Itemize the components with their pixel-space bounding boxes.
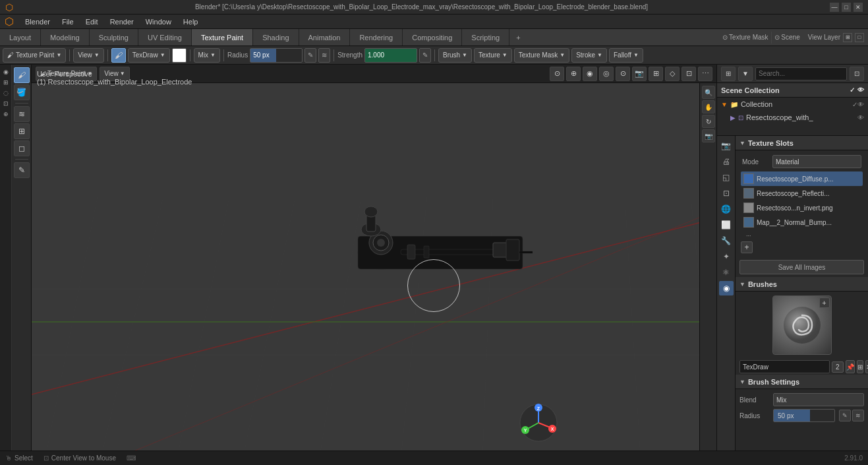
tab-texture-paint[interactable]: Texture Paint — [192, 29, 253, 46]
tab-modeling[interactable]: Modeling — [41, 29, 90, 46]
brush-name-button[interactable]: TexDraw ▼ — [128, 48, 170, 63]
properties-toggle[interactable]: ⊞ — [843, 33, 852, 42]
minimize-button[interactable]: — — [830, 3, 839, 12]
brush-copy-btn[interactable]: ⊞ — [857, 360, 863, 373]
texture-thumb-3 — [743, 217, 754, 228]
outliner-search[interactable] — [755, 67, 847, 80]
mode-selector[interactable]: 🖌 Texture Paint ▼ — [3, 48, 66, 63]
prop-view-layer-icon[interactable]: ◱ — [719, 170, 734, 185]
tab-scripting[interactable]: Scripting — [462, 29, 509, 46]
radius-slider[interactable]: 50 px — [250, 48, 303, 63]
tab-layout[interactable]: Layout — [0, 29, 41, 46]
strength-slider[interactable]: 1.000 — [364, 48, 417, 63]
collection-check-icon[interactable]: ✓ — [850, 86, 855, 94]
menu-render[interactable]: Render — [105, 16, 139, 27]
rotate-icon[interactable]: ↻ — [702, 115, 715, 128]
object-item[interactable]: ▶ ⊡ Resectoscope_with_ 👁 — [717, 111, 868, 124]
menu-file[interactable]: File — [57, 16, 79, 27]
blend-select[interactable]: Mix Add Subtract — [773, 393, 864, 406]
brush-icon-active[interactable]: 🖌 — [111, 48, 126, 63]
view-layer-selector[interactable]: View Layer — [808, 34, 840, 41]
brush-name-label: TexDraw — [132, 51, 158, 59]
collection-item[interactable]: ▼ 📁 Collection ✓👁 — [717, 98, 868, 111]
prop-material-icon[interactable]: ◉ — [719, 281, 734, 295]
brush-add-button[interactable]: + — [819, 297, 830, 308]
radius-curve-icon[interactable]: ≋ — [318, 48, 330, 63]
overlay-icon[interactable]: ◌ — [1, 88, 11, 98]
stroke-button[interactable]: Stroke ▼ — [571, 48, 607, 63]
clone-tool[interactable]: ⊞ — [14, 123, 30, 139]
menu-edit[interactable]: Edit — [80, 16, 103, 27]
prop-modifier-icon[interactable]: 🔧 — [719, 233, 734, 248]
tab-animation[interactable]: Animation — [299, 29, 351, 46]
add-workspace-button[interactable]: + — [509, 29, 527, 46]
blend-button[interactable]: Mix ▼ — [194, 48, 220, 63]
transform-icon[interactable]: ⊕ — [1, 109, 11, 119]
tab-rendering[interactable]: Rendering — [350, 29, 403, 46]
save-all-images-button[interactable]: Save All Images — [739, 260, 864, 274]
brush-settings-button[interactable]: Brush ▼ — [438, 48, 472, 63]
scene-selector[interactable]: ⊙ Scene — [774, 34, 800, 41]
tab-compositing[interactable]: Compositing — [403, 29, 462, 46]
collection-eye-icon[interactable]: 👁 — [857, 86, 864, 94]
brush-settings-header[interactable]: ▼ Brush Settings — [736, 375, 868, 389]
outliner-icon-btn[interactable]: ⊞ — [721, 67, 736, 81]
filter-options-btn[interactable]: ⊡ — [850, 67, 864, 81]
texture-item-2[interactable]: Resectosco...n_invert.png — [741, 201, 863, 215]
prop-scene-icon[interactable]: ⊡ — [719, 186, 734, 201]
filter-icon-btn[interactable]: ▼ — [738, 67, 753, 81]
brush-name-input[interactable] — [739, 360, 830, 373]
brushes-header[interactable]: ▼ Brushes — [736, 277, 868, 292]
brush-delete-btn[interactable]: ✕ — [865, 360, 868, 373]
mask-tool[interactable]: ◻ — [14, 140, 30, 156]
prop-particles-icon[interactable]: ✦ — [719, 249, 734, 264]
menu-help[interactable]: Help — [178, 16, 204, 27]
zoom-in-icon[interactable]: 🔍 — [702, 86, 715, 99]
texture-mask-tab[interactable]: Texture Mask — [729, 34, 768, 41]
menu-window[interactable]: Window — [140, 16, 177, 27]
tab-sculpting[interactable]: Sculpting — [90, 29, 138, 46]
camera-view-icon[interactable]: 📷 — [702, 129, 715, 142]
radius-value-display[interactable]: 50 px — [773, 409, 835, 422]
draw-tool[interactable]: 🖌 — [14, 67, 30, 83]
tab-shading[interactable]: Shading — [253, 29, 299, 46]
view-button[interactable]: View ▼ — [73, 48, 103, 63]
prop-world-icon[interactable]: 🌐 — [719, 202, 734, 216]
object-visibility-icon[interactable]: 👁 — [857, 114, 864, 121]
prop-physics-icon[interactable]: ⚛ — [719, 265, 734, 280]
pan-icon[interactable]: ✋ — [702, 100, 715, 113]
texture-item-3[interactable]: Map__2_Normal_Bump... — [741, 215, 863, 230]
annotate-tool[interactable]: ✎ — [14, 162, 30, 178]
texture-mask-button[interactable]: Texture Mask ▼ — [514, 48, 569, 63]
tab-uv-editing[interactable]: UV Editing — [138, 29, 192, 46]
texture-item-0[interactable]: Resectoscope_Diffuse.p... — [741, 171, 863, 186]
texture-item-1[interactable]: Resectoscope_Reflecti... — [741, 186, 863, 201]
texture-button[interactable]: Texture ▼ — [474, 48, 512, 63]
snap-icon[interactable]: ⊡ — [1, 99, 11, 108]
close-button[interactable]: ✕ — [854, 3, 863, 12]
prop-output-icon[interactable]: 🖨 — [719, 154, 734, 169]
maximize-button[interactable]: □ — [842, 3, 851, 12]
radius-curve-icon[interactable]: ≋ — [852, 410, 864, 421]
color-swatch[interactable] — [172, 48, 187, 63]
radius-pencil-icon[interactable]: ✎ — [839, 410, 851, 421]
viewport[interactable]: 🖌 Texture Paint ▼ View ▼ ⊙ ⊕ ◉ ◎ ⊙ 📷 ⊞ ◇… — [32, 65, 716, 465]
strength-edit-icon[interactable]: ✎ — [419, 48, 431, 63]
prop-object-icon[interactable]: ⬜ — [719, 218, 734, 232]
texture-slots-header[interactable]: ▼ Texture Slots — [736, 136, 868, 150]
fill-tool[interactable]: 🪣 — [14, 84, 30, 100]
brush-pin-btn[interactable]: 📌 — [846, 360, 855, 373]
properties-area: 📷 🖨 ◱ ⊡ 🌐 ⬜ 🔧 ✦ ⚛ ◉ ▼ Texture Slots — [717, 136, 868, 465]
screen-toggle[interactable]: □ — [855, 33, 864, 42]
smear-tool[interactable]: ≋ — [14, 106, 30, 122]
prop-render-icon[interactable]: 📷 — [719, 139, 734, 153]
view-icon[interactable]: ⊞ — [1, 78, 11, 87]
collection-visibility-icon[interactable]: ✓👁 — [852, 101, 864, 108]
falloff-button[interactable]: Falloff ▼ — [609, 48, 643, 63]
mode-select[interactable]: Material Single Image — [772, 155, 861, 168]
left-tool-panel: 🖌 🪣 ≋ ⊞ ◻ ✎ — [12, 65, 32, 465]
add-texture-button[interactable]: + — [741, 241, 753, 253]
menu-blender[interactable]: Blender — [20, 16, 55, 27]
mode-toggle-icon[interactable]: ◉ — [1, 67, 11, 77]
radius-edit-icon[interactable]: ✎ — [304, 48, 316, 63]
